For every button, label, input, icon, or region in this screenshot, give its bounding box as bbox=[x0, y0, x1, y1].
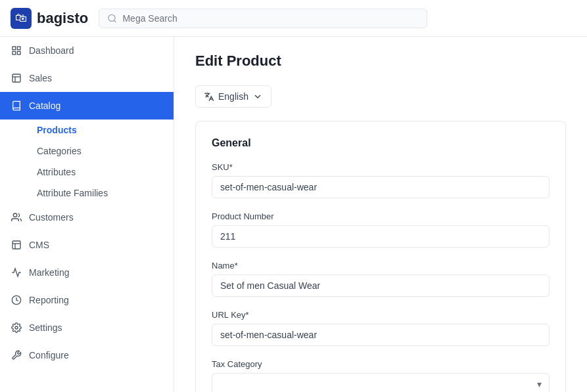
sidebar-item-reporting[interactable]: Reporting bbox=[0, 286, 174, 314]
sidebar-item-settings[interactable]: Settings bbox=[0, 314, 174, 341]
marketing-icon bbox=[11, 267, 22, 278]
sidebar-subitem-products[interactable]: Products bbox=[29, 120, 174, 141]
svg-rect-10 bbox=[12, 241, 20, 249]
form-group-tax-category: Tax Category bbox=[212, 359, 550, 392]
sku-input[interactable] bbox=[212, 176, 550, 198]
sidebar-label-sales: Sales bbox=[29, 73, 52, 83]
logo-text: bagisto bbox=[37, 10, 88, 27]
svg-rect-6 bbox=[12, 74, 20, 82]
sidebar-item-configure[interactable]: Configure bbox=[0, 341, 174, 369]
logo-icon: 🛍 bbox=[11, 8, 32, 29]
form-group-url-key: URL Key* bbox=[212, 310, 550, 346]
sidebar-item-cms[interactable]: CMS bbox=[0, 231, 174, 259]
sidebar-item-catalog[interactable]: Catalog bbox=[0, 92, 174, 120]
sidebar-label-dashboard: Dashboard bbox=[29, 45, 74, 56]
svg-point-12 bbox=[15, 326, 18, 329]
sidebar-label-settings: Settings bbox=[29, 322, 62, 333]
sidebar-label-customers: Customers bbox=[29, 212, 74, 223]
sales-icon bbox=[11, 72, 22, 84]
layout: Dashboard Sales Catalog Products Categor… bbox=[0, 37, 587, 392]
form-group-product-number: Product Number bbox=[212, 211, 550, 248]
sidebar-item-dashboard[interactable]: Dashboard bbox=[0, 37, 174, 64]
sidebar-label-configure: Configure bbox=[29, 350, 69, 360]
tax-category-select[interactable] bbox=[212, 373, 550, 392]
chevron-down-icon bbox=[252, 91, 263, 102]
customers-icon bbox=[11, 211, 22, 223]
section-title: General bbox=[212, 137, 550, 149]
sidebar-item-marketing[interactable]: Marketing bbox=[0, 259, 174, 286]
svg-rect-3 bbox=[17, 47, 20, 50]
top-header: 🛍 bagisto bbox=[0, 0, 587, 37]
catalog-icon bbox=[11, 100, 22, 112]
sidebar-subitem-attribute-families[interactable]: Attribute Families bbox=[29, 183, 174, 204]
svg-rect-4 bbox=[17, 51, 20, 54]
sidebar: Dashboard Sales Catalog Products Categor… bbox=[0, 37, 174, 392]
tax-category-select-wrapper bbox=[212, 373, 550, 392]
sidebar-item-customers[interactable]: Customers bbox=[0, 204, 174, 231]
form-group-sku: SKU* bbox=[212, 162, 550, 198]
name-label: Name* bbox=[212, 261, 550, 271]
page-title: Edit Product bbox=[195, 53, 566, 70]
form-group-name: Name* bbox=[212, 261, 550, 297]
language-label: English bbox=[218, 91, 248, 102]
configure-icon bbox=[11, 349, 22, 361]
svg-point-0 bbox=[108, 14, 115, 21]
sidebar-label-reporting: Reporting bbox=[29, 295, 69, 305]
svg-rect-2 bbox=[12, 47, 16, 50]
translate-icon bbox=[204, 91, 214, 102]
search-bar[interactable] bbox=[99, 9, 427, 28]
sidebar-label-catalog: Catalog bbox=[29, 100, 60, 111]
language-selector[interactable]: English bbox=[195, 85, 271, 108]
sidebar-label-cms: CMS bbox=[29, 240, 49, 250]
svg-point-9 bbox=[13, 213, 16, 217]
sidebar-subitem-attributes[interactable]: Attributes bbox=[29, 162, 174, 183]
cms-icon bbox=[11, 239, 22, 251]
sidebar-subitem-categories[interactable]: Categories bbox=[29, 141, 174, 162]
reporting-icon bbox=[11, 294, 22, 306]
main-content: Edit Product English General SKU* Produc… bbox=[174, 37, 587, 392]
product-number-input[interactable] bbox=[212, 225, 550, 248]
settings-icon bbox=[11, 322, 22, 334]
product-number-label: Product Number bbox=[212, 211, 550, 221]
catalog-submenu: Products Categories Attributes Attribute… bbox=[0, 120, 174, 204]
search-input[interactable] bbox=[122, 13, 419, 24]
logo-area: 🛍 bagisto bbox=[11, 8, 88, 29]
dashboard-icon bbox=[11, 45, 22, 56]
sidebar-label-marketing: Marketing bbox=[29, 267, 69, 278]
svg-rect-5 bbox=[12, 51, 16, 54]
url-key-label: URL Key* bbox=[212, 310, 550, 320]
search-icon bbox=[107, 13, 117, 24]
name-input[interactable] bbox=[212, 274, 550, 297]
svg-line-1 bbox=[114, 20, 116, 22]
url-key-input[interactable] bbox=[212, 324, 550, 346]
sidebar-item-sales[interactable]: Sales bbox=[0, 64, 174, 92]
tax-category-label: Tax Category bbox=[212, 359, 550, 369]
form-section-general: General SKU* Product Number Name* URL Ke… bbox=[195, 121, 566, 392]
sku-label: SKU* bbox=[212, 162, 550, 172]
